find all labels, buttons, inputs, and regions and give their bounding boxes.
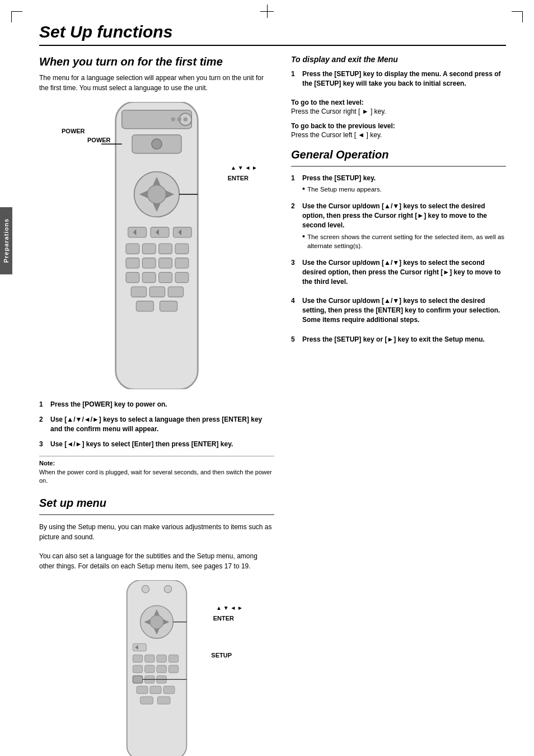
step-1: 1 Press the [POWER] key to power on. bbox=[39, 400, 274, 409]
svg-point-40 bbox=[142, 586, 149, 593]
svg-rect-23 bbox=[175, 244, 189, 254]
remote-illustration: POWER POWER ▲ ▼ ◄ ► ENTER bbox=[39, 102, 274, 391]
svg-rect-15 bbox=[151, 227, 169, 237]
arrows-label: ▲ ▼ ◄ ► bbox=[231, 165, 257, 171]
corner-tl bbox=[11, 11, 22, 22]
svg-rect-59 bbox=[133, 676, 142, 683]
svg-rect-28 bbox=[126, 272, 139, 282]
svg-rect-33 bbox=[149, 287, 165, 297]
svg-rect-35 bbox=[136, 301, 153, 311]
svg-rect-36 bbox=[160, 301, 177, 311]
setup-menu-intro1: By using the Setup menu, you can make va… bbox=[39, 522, 274, 542]
two-col-layout: When you turn on for the first time The … bbox=[39, 55, 506, 756]
title-rule bbox=[39, 45, 506, 46]
step-2: 2 Use [▲/▼/◄/►] keys to select a languag… bbox=[39, 415, 274, 434]
svg-rect-25 bbox=[142, 258, 156, 268]
svg-point-41 bbox=[164, 586, 171, 593]
gen-step-1: 1 Press the [SETUP] key. • The Setup men… bbox=[291, 174, 506, 194]
display-menu-title: To display and exit the Menu bbox=[291, 55, 506, 64]
right-column: To display and exit the Menu 1 Press the… bbox=[291, 55, 506, 756]
left-column: When you turn on for the first time The … bbox=[39, 55, 274, 756]
svg-rect-14 bbox=[128, 227, 147, 237]
svg-rect-27 bbox=[175, 258, 189, 268]
main-title: Set Up functions bbox=[39, 22, 506, 41]
svg-rect-67 bbox=[157, 697, 170, 704]
remote2-illustration: ▲ ▼ ◄ ► ENTER SETUP bbox=[39, 580, 274, 756]
svg-rect-55 bbox=[133, 665, 142, 673]
note-label: Note: bbox=[39, 460, 274, 466]
page: Preparations Set Up functions When you t… bbox=[0, 0, 534, 756]
svg-rect-30 bbox=[159, 272, 172, 282]
svg-rect-49 bbox=[133, 644, 146, 651]
arrows2-label: ▲ ▼ ◄ ► bbox=[216, 605, 243, 611]
svg-rect-16 bbox=[173, 227, 191, 237]
svg-rect-20 bbox=[126, 244, 139, 254]
svg-rect-26 bbox=[159, 258, 172, 268]
setup-label: SETUP bbox=[211, 652, 232, 659]
svg-rect-63 bbox=[137, 687, 148, 694]
svg-rect-58 bbox=[168, 665, 178, 673]
svg-rect-53 bbox=[157, 655, 166, 662]
setup-menu-intro2: You can also set a language for the subt… bbox=[39, 551, 274, 571]
general-op-rule bbox=[291, 166, 506, 167]
steps-list: 1 Press the [POWER] key to power on. 2 U… bbox=[39, 400, 274, 449]
setup-menu-title: Set up menu bbox=[39, 496, 274, 510]
svg-rect-22 bbox=[159, 244, 172, 254]
svg-rect-66 bbox=[140, 697, 153, 704]
svg-point-47 bbox=[150, 615, 163, 629]
power-inner-label: POWER bbox=[87, 137, 111, 143]
remote2-wrap: ▲ ▼ ◄ ► ENTER SETUP bbox=[112, 580, 202, 756]
svg-rect-24 bbox=[126, 258, 139, 268]
svg-rect-51 bbox=[133, 655, 142, 662]
svg-rect-57 bbox=[157, 665, 166, 673]
svg-rect-54 bbox=[168, 655, 178, 662]
step-3: 3 Use [◄/►] keys to select [Enter] then … bbox=[39, 440, 274, 449]
svg-rect-52 bbox=[145, 655, 154, 662]
enter-label: ENTER bbox=[228, 175, 249, 181]
remote-wrap: POWER POWER ▲ ▼ ◄ ► ENTER bbox=[95, 102, 218, 391]
setup-menu-section: Set up menu By using the Setup menu, you… bbox=[39, 496, 274, 756]
crosshair-top bbox=[260, 4, 274, 18]
svg-rect-32 bbox=[131, 287, 146, 297]
setup-menu-rule bbox=[39, 514, 274, 515]
svg-rect-34 bbox=[168, 287, 183, 297]
svg-rect-56 bbox=[145, 665, 154, 673]
remote-svg bbox=[95, 102, 218, 389]
gen-step-2: 2 Use the Cursor up/down [▲/▼] keys to s… bbox=[291, 202, 506, 250]
svg-rect-65 bbox=[163, 687, 175, 694]
svg-rect-21 bbox=[142, 244, 156, 254]
svg-point-5 bbox=[184, 117, 188, 121]
general-operation-title: General Operation bbox=[291, 148, 506, 161]
svg-point-13 bbox=[148, 185, 166, 203]
svg-point-7 bbox=[152, 139, 162, 149]
when-first-time-title: When you turn on for the first time bbox=[39, 55, 274, 68]
sub-heading-2: To go back to the previous level: Press … bbox=[291, 122, 506, 139]
enter2-label: ENTER bbox=[213, 615, 234, 622]
svg-rect-31 bbox=[175, 272, 189, 282]
side-tab: Preparations bbox=[0, 207, 12, 274]
corner-tr bbox=[512, 11, 523, 22]
svg-rect-29 bbox=[142, 272, 156, 282]
power-outer-label: POWER bbox=[62, 128, 85, 134]
right-step-1-text: Press the [SETUP] key to display the men… bbox=[302, 69, 506, 88]
svg-point-3 bbox=[171, 117, 175, 121]
svg-rect-64 bbox=[150, 687, 161, 694]
sub-heading-1: To go to the next level: Press the Curso… bbox=[291, 99, 506, 115]
gen-step-4: 4 Use the Cursor up/down [▲/▼] keys to s… bbox=[291, 296, 506, 326]
gen-step-3: 3 Use the Cursor up/down [▲/▼] keys to s… bbox=[291, 258, 506, 288]
gen-step-5: 5 Press the [SETUP] key or [►] key to ex… bbox=[291, 335, 506, 347]
remote2-svg bbox=[112, 580, 202, 756]
right-step-1: 1 Press the [SETUP] key to display the m… bbox=[291, 69, 506, 91]
note-box: Note: When the power cord is plugged, wa… bbox=[39, 456, 274, 486]
intro-text: The menu for a language selection will a… bbox=[39, 73, 274, 93]
svg-point-4 bbox=[177, 117, 181, 121]
note-text: When the power cord is plugged, wait for… bbox=[39, 468, 274, 486]
